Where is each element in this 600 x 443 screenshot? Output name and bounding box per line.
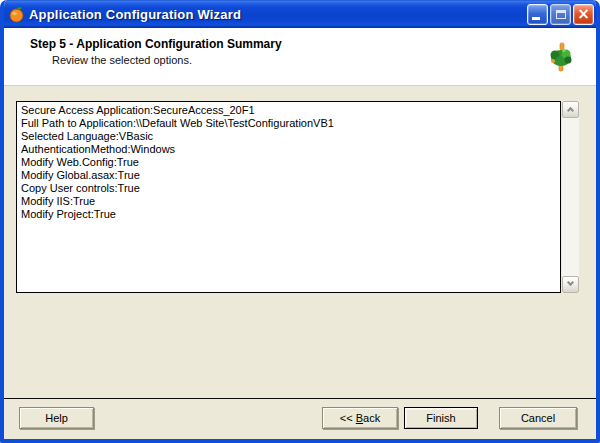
title-bar[interactable]: Application Configuration Wizard ×: [0, 0, 600, 28]
maximize-button[interactable]: [550, 4, 571, 25]
cancel-button[interactable]: Cancel: [499, 407, 577, 429]
minimize-button[interactable]: [527, 4, 548, 25]
configuration-summary-box[interactable]: Secure Access Application:SecureAccess_2…: [16, 101, 561, 293]
summary-scrollbar[interactable]: [562, 101, 579, 293]
window-title: Application Configuration Wizard: [29, 7, 527, 22]
wizard-window: Application Configuration Wizard × Step …: [0, 0, 600, 443]
help-button[interactable]: Help: [19, 407, 94, 429]
chevron-up-icon: [567, 107, 574, 114]
summary-line: Secure Access Application:SecureAccess_2…: [21, 104, 560, 117]
summary-line: Selected Language:VBasic: [21, 130, 560, 143]
close-button[interactable]: ×: [573, 4, 594, 25]
step-title: Step 5 - Application Configuration Summa…: [30, 37, 282, 51]
wizard-step-header: Step 5 - Application Configuration Summa…: [4, 28, 596, 86]
minimize-icon: [532, 17, 540, 20]
back-label-prefix: <<: [340, 412, 356, 424]
back-label-suffix: ack: [363, 412, 380, 424]
finish-button[interactable]: Finish: [404, 407, 478, 429]
summary-line: AuthenticationMethod:Windows: [21, 143, 560, 156]
back-label-mnemonic: B: [356, 412, 363, 424]
maximize-icon: [556, 10, 566, 19]
summary-line: Full Path to Application:\\Default Web S…: [21, 117, 560, 130]
scroll-up-button[interactable]: [562, 101, 579, 118]
scroll-down-button[interactable]: [562, 276, 579, 293]
summary-line: Copy User controls:True: [21, 182, 560, 195]
back-button[interactable]: << Back: [322, 407, 398, 429]
footer-separator: [4, 398, 596, 399]
dialog-body: Step 5 - Application Configuration Summa…: [4, 28, 596, 439]
bush-logo-icon: [548, 41, 576, 73]
chevron-down-icon: [567, 279, 574, 286]
summary-line: Modify Project:True: [21, 208, 560, 221]
app-orange-icon: [8, 6, 25, 23]
summary-line: Modify Global.asax:True: [21, 169, 560, 182]
close-icon: ×: [574, 5, 593, 24]
window-controls: ×: [527, 4, 594, 25]
summary-line: Modify Web.Config:True: [21, 156, 560, 169]
step-subtitle: Review the selected options.: [52, 54, 192, 66]
summary-line: Modify IIS:True: [21, 195, 560, 208]
